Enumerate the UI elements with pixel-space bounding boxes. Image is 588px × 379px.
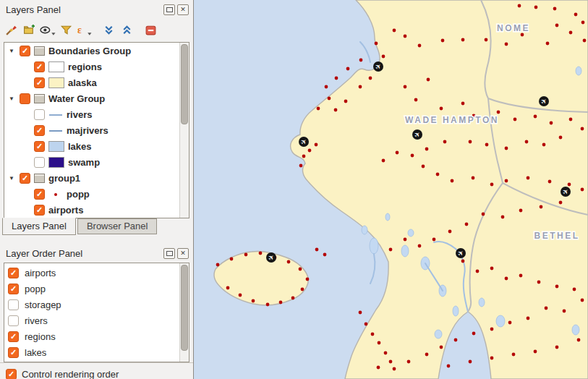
popp-point xyxy=(519,274,523,278)
qgis-window: Layers Panel xyxy=(0,0,588,379)
layer-checkbox[interactable] xyxy=(34,125,45,136)
group-checkbox[interactable] xyxy=(20,93,30,104)
layer-checkbox[interactable] xyxy=(34,189,45,200)
layer-row-airports[interactable]: airports xyxy=(4,202,180,218)
layer-order-scrollbar[interactable] xyxy=(179,263,189,362)
popp-point xyxy=(472,176,475,180)
layer-tree-scrollbar[interactable] xyxy=(179,43,189,218)
layer-row-popp[interactable]: popp xyxy=(4,186,180,202)
popp-point xyxy=(335,77,338,80)
open-layer-styling-button[interactable] xyxy=(2,21,20,38)
layer-checkbox[interactable] xyxy=(34,141,45,152)
lake xyxy=(362,226,367,234)
layer-row-lakes[interactable]: lakes xyxy=(4,138,180,154)
collapse-all-button[interactable] xyxy=(118,21,135,38)
order-item-lakes[interactable]: lakes xyxy=(4,344,180,360)
popp-point xyxy=(425,148,429,151)
order-item-checkbox[interactable] xyxy=(8,284,19,294)
remove-layer-button[interactable] xyxy=(142,21,159,38)
expand-all-icon xyxy=(103,24,115,36)
popp-point xyxy=(279,301,283,305)
order-item-checkbox[interactable] xyxy=(8,299,19,310)
expression-filter-button[interactable]: ε xyxy=(75,21,93,38)
popp-point xyxy=(407,360,411,364)
layer-row-regions[interactable]: regions xyxy=(4,59,180,74)
control-rendering-order[interactable]: Control rendering order xyxy=(0,362,193,379)
popp-point xyxy=(527,317,530,320)
folder-plus-icon xyxy=(23,24,35,36)
popp-point xyxy=(443,140,447,144)
order-item-checkbox[interactable] xyxy=(8,315,19,326)
popp-point xyxy=(542,143,546,147)
scrollbar-thumb[interactable] xyxy=(181,44,188,124)
point-swatch xyxy=(48,190,63,199)
lake xyxy=(576,67,581,75)
expander-icon[interactable] xyxy=(9,175,16,182)
popp-point xyxy=(382,159,385,163)
order-item-checkbox[interactable] xyxy=(8,347,19,358)
popp-point xyxy=(581,21,585,25)
popp-point xyxy=(315,143,318,147)
layer-label: majrivers xyxy=(67,125,108,136)
group-row-boundaries-group[interactable]: Boundaries Group xyxy=(4,43,180,59)
popp-point xyxy=(521,33,524,37)
expander-icon[interactable] xyxy=(9,48,16,54)
popp-point xyxy=(540,205,543,209)
popp-point xyxy=(527,176,530,180)
popp-point xyxy=(317,107,320,111)
popp-point xyxy=(328,97,331,101)
popp-point xyxy=(371,333,375,336)
map-canvas[interactable]: ✈✈✈✈✈✈✈ NOMEWADE HAMPTONBETHEL xyxy=(194,0,588,379)
group-checkbox[interactable] xyxy=(20,173,30,184)
popp-point xyxy=(359,59,363,62)
fill-swatch xyxy=(48,157,64,168)
popp-point xyxy=(534,350,537,354)
order-item-storagep[interactable]: storagep xyxy=(4,297,180,312)
layer-checkbox[interactable] xyxy=(34,157,45,168)
popp-point xyxy=(375,42,378,46)
layer-row-rivers[interactable]: rivers xyxy=(4,106,180,122)
expand-all-button[interactable] xyxy=(100,21,117,38)
popp-point xyxy=(454,338,458,342)
expander-icon[interactable] xyxy=(9,95,16,102)
layer-row-swamp[interactable]: swamp xyxy=(4,154,180,170)
layer-checkbox[interactable] xyxy=(34,205,45,216)
popp-point xyxy=(508,321,512,325)
add-group-button[interactable] xyxy=(20,21,38,38)
order-item-popp[interactable]: popp xyxy=(4,281,180,297)
order-item-airports[interactable]: airports xyxy=(4,265,180,281)
layer-checkbox[interactable] xyxy=(34,109,45,120)
tab-browser-panel[interactable]: Browser Panel xyxy=(77,218,158,234)
order-item-rivers[interactable]: rivers xyxy=(4,312,180,328)
order-item-checkbox[interactable] xyxy=(8,331,19,342)
scrollbar-thumb[interactable] xyxy=(181,265,188,351)
group-row-water-group[interactable]: Water Group xyxy=(4,90,180,106)
lake xyxy=(453,306,459,316)
manage-visibility-button[interactable] xyxy=(38,21,56,38)
map-label-nome: NOME xyxy=(497,23,530,33)
popp-point xyxy=(569,31,573,35)
order-item-checkbox[interactable] xyxy=(8,268,19,278)
popp-point xyxy=(555,346,559,349)
popp-point xyxy=(411,154,414,158)
layer-order-panel-close-button[interactable] xyxy=(177,248,189,259)
order-item-regions[interactable]: regions xyxy=(4,328,180,344)
layers-panel-float-button[interactable] xyxy=(163,4,175,15)
control-rendering-order-checkbox[interactable] xyxy=(6,369,17,379)
layer-row-alaska[interactable]: alaska xyxy=(4,74,180,90)
layer-row-majrivers[interactable]: majrivers xyxy=(4,122,180,138)
filter-legend-button[interactable] xyxy=(57,21,74,38)
group-checkbox[interactable] xyxy=(20,46,30,56)
popp-point xyxy=(559,201,563,205)
group-label: Water Group xyxy=(48,93,105,104)
layer-checkbox[interactable] xyxy=(34,61,45,72)
popp-point xyxy=(583,39,587,43)
layer-checkbox[interactable] xyxy=(34,77,45,88)
funnel-icon xyxy=(60,24,72,36)
layer-order-panel-float-button[interactable] xyxy=(163,248,175,259)
lake xyxy=(572,325,579,335)
tab-layers-panel[interactable]: Layers Panel xyxy=(2,218,76,235)
group-row-group1[interactable]: group1 xyxy=(4,170,180,186)
popp-point xyxy=(266,303,270,307)
layers-panel-close-button[interactable] xyxy=(177,4,189,15)
